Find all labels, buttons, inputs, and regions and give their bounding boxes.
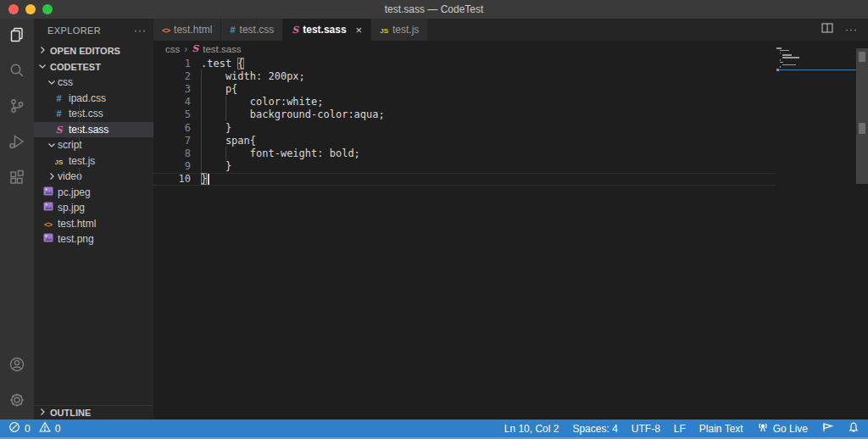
activity-bar-extensions[interactable]: [0, 161, 34, 197]
tree-file-test-html[interactable]: <>test.html: [34, 216, 153, 232]
editor-more-actions-icon[interactable]: ···: [845, 24, 858, 36]
indent-guide: [225, 96, 226, 108]
image-file-icon: [42, 202, 54, 214]
tree-file-pc-jpeg[interactable]: pc.jpeg: [34, 185, 153, 201]
text-cursor: [208, 174, 209, 185]
line-number: 10: [153, 173, 191, 185]
outline-section[interactable]: OUTLINE: [34, 405, 153, 420]
status-go-live[interactable]: Go Live: [757, 421, 808, 436]
tree-item-label: ipad.css: [69, 92, 106, 104]
line-text: span{: [191, 134, 256, 147]
activity-bar-account[interactable]: [0, 348, 34, 384]
status-label: Plain Text: [699, 423, 743, 435]
minimap-current-line: [776, 69, 856, 71]
close-window-button[interactable]: [8, 4, 19, 14]
status-eol[interactable]: LF: [674, 423, 686, 435]
activity-bar-settings[interactable]: [0, 384, 34, 420]
workspace-folder-section[interactable]: CODETEST: [34, 58, 153, 75]
split-editor-icon[interactable]: [820, 20, 835, 39]
warning-triangle-icon: [39, 421, 51, 436]
minimize-window-button[interactable]: [25, 4, 36, 14]
error-circle-icon: [8, 421, 20, 436]
editor-area: <>test.html#test.cssStest.sass×JStest.js…: [153, 19, 868, 420]
activity-bar-source-control[interactable]: [0, 90, 34, 125]
title-bar: test.sass — CodeTest: [0, 0, 868, 19]
status-indentation[interactable]: Spaces: 4: [572, 423, 617, 435]
workspace-folder-label: CODETEST: [50, 62, 101, 72]
status-warnings[interactable]: 0: [39, 421, 61, 436]
line-number: 8: [153, 147, 191, 159]
tree-folder-video[interactable]: video: [34, 169, 153, 185]
code-line-4[interactable]: 4 color:white;: [153, 96, 775, 108]
code-line-9[interactable]: 9 }: [153, 160, 775, 173]
open-editors-section[interactable]: OPEN EDITORS: [34, 42, 153, 58]
code-line-5[interactable]: 5 background-color:aqua;: [153, 108, 775, 121]
tree-file-test-png[interactable]: test.png: [34, 231, 153, 247]
tree-folder-css[interactable]: css: [34, 75, 153, 91]
code-line-3[interactable]: 3 p{: [153, 82, 775, 95]
minimap[interactable]: [776, 47, 856, 200]
indent-guide: [201, 96, 202, 108]
activity-bar-search[interactable]: [0, 54, 34, 90]
code-editor[interactable]: 1.test {2 width: 200px;3 p{4 color:white…: [153, 57, 775, 186]
tree-file-test-js[interactable]: JStest.js: [34, 153, 153, 169]
status-language-mode[interactable]: Plain Text: [699, 423, 743, 435]
tree-file-test-css[interactable]: #test.css: [34, 106, 153, 122]
html-file-icon: <>: [162, 24, 170, 36]
tree-file-sp-jpg[interactable]: sp.jpg: [34, 200, 153, 216]
tab-bar: <>test.html#test.cssStest.sass×JStest.js…: [153, 19, 868, 41]
code-line-10[interactable]: 10}: [153, 173, 775, 186]
code-line-1[interactable]: 1.test {: [153, 57, 775, 69]
status-feedback[interactable]: [821, 421, 834, 436]
code-line-8[interactable]: 8 font-weight: bold;: [153, 147, 775, 159]
status-errors[interactable]: 0: [8, 421, 31, 436]
line-number: 3: [153, 83, 191, 95]
code-line-7[interactable]: 7 span{: [153, 134, 775, 147]
line-text: width: 200px;: [191, 69, 305, 82]
tab-test-sass[interactable]: Stest.sass×: [283, 19, 371, 41]
tab-test-js[interactable]: JStest.js: [371, 19, 428, 41]
tab-label: test.html: [174, 24, 212, 36]
image-file-icon: [42, 186, 54, 198]
status-cursor-position[interactable]: Ln 10, Col 2: [504, 423, 559, 435]
search-icon: [8, 61, 26, 83]
explorer-more-actions-button[interactable]: ···: [134, 25, 147, 36]
tab-test-html[interactable]: <>test.html: [153, 19, 221, 41]
minimap-line: [780, 50, 790, 52]
status-notifications[interactable]: [848, 421, 860, 436]
tree-file-test-sass[interactable]: Stest.sass: [34, 122, 153, 138]
activity-bar-explorer[interactable]: [0, 19, 34, 54]
line-number: 5: [153, 108, 191, 120]
scrollbar-slider[interactable]: [856, 48, 868, 184]
css-file-icon: #: [230, 24, 235, 36]
zoom-window-button[interactable]: [42, 4, 53, 14]
chevron-down-icon: [46, 76, 58, 88]
close-tab-icon[interactable]: ×: [356, 24, 363, 36]
code-line-6[interactable]: 6 }: [153, 121, 775, 134]
tree-folder-script[interactable]: script: [34, 137, 153, 153]
breadcrumb-item[interactable]: test.sass: [203, 44, 241, 54]
chevron-down-icon: [46, 139, 58, 151]
breadcrumb-item[interactable]: css: [165, 44, 180, 54]
tab-label: test.js: [392, 24, 419, 36]
line-number: 7: [153, 135, 191, 147]
explorer-sidebar: EXPLORER ··· OPEN EDITORS CODETEST css#i…: [34, 19, 153, 420]
indent-guide: [201, 108, 202, 121]
activity-bar-run-debug[interactable]: [0, 125, 34, 161]
broadcast-icon: [757, 421, 769, 436]
tree-indent-guide: [79, 168, 80, 184]
status-encoding[interactable]: UTF-8: [632, 423, 660, 435]
feedback-icon: [821, 421, 834, 436]
tree-file-ipad-css[interactable]: #ipad.css: [34, 91, 153, 107]
indent-guide: [201, 69, 202, 82]
minimap-line: [776, 47, 782, 49]
sidebar-title: EXPLORER: [47, 25, 101, 36]
vertical-scrollbar[interactable]: [856, 41, 868, 420]
tab-test-css[interactable]: #test.css: [221, 19, 283, 41]
code-line-2[interactable]: 2 width: 200px;: [153, 69, 775, 82]
css-file-icon: #: [53, 92, 65, 104]
tree-item-label: sp.jpg: [58, 202, 85, 214]
indent-guide: [201, 82, 202, 95]
line-text: }: [191, 160, 231, 173]
line-text: }: [191, 121, 231, 134]
